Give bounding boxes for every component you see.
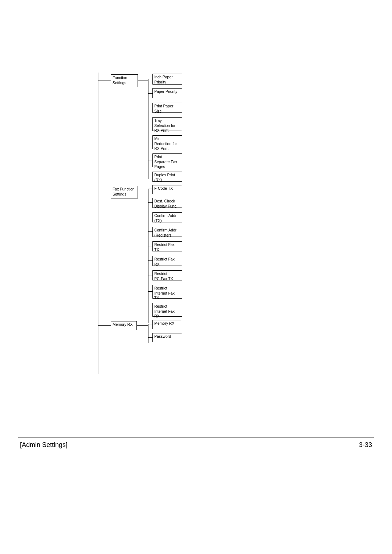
h-line-to-confirm-addr-reg — [148, 231, 152, 232]
h-line-to-print-paper-size — [148, 108, 152, 108]
h-line-to-print-separate — [148, 160, 152, 160]
print-paper-size-box: Print PaperSize — [152, 103, 182, 113]
h-line-ffs-to-vline — [138, 192, 148, 192]
memory-rx-child-box: Memory RX — [152, 320, 182, 329]
h-line-to-confirm-addr-tx — [148, 217, 152, 217]
h-line-to-inch-paper — [148, 79, 152, 79]
h-line-to-password — [148, 337, 152, 338]
h-line-to-min-reduction — [148, 142, 152, 142]
dest-check-display-box: Dest. CheckDisplay Func. — [152, 198, 182, 208]
h-line-to-memory-rx-child — [148, 324, 152, 324]
h-line-to-restrict-inet-fax-rx — [148, 310, 152, 310]
footer-line — [18, 438, 374, 438]
f-code-tx-box: F-Code TX — [152, 185, 182, 194]
duplex-print-rx-box: Duplex Print(RX) — [152, 172, 182, 182]
h-line-to-restrict-fax-rx — [148, 260, 152, 261]
restrict-fax-rx-box: Restrict FaxRX — [152, 256, 182, 266]
h-line-fax-function — [98, 192, 111, 192]
password-box: Password — [152, 333, 182, 342]
confirm-addr-register-box: Confirm Addr(Register) — [152, 227, 182, 237]
h-line-to-restrict-pc-fax — [148, 275, 152, 275]
h-line-memory-rx — [98, 325, 111, 326]
paper-priority-box: Paper Priority — [152, 88, 182, 98]
restrict-internet-fax-tx-box: RestrictInternet FaxTX — [152, 285, 182, 299]
inch-paper-priority-box: Inch PaperPriority — [152, 74, 182, 85]
memory-rx-parent-box: Memory RX — [111, 321, 137, 330]
tray-selection-rx-print-box: TraySelection forRX Print — [152, 117, 182, 131]
left-vertical-line — [98, 73, 98, 374]
v-line-fax-function-children — [148, 189, 148, 323]
page: Function Settings Inch PaperPriority Pap… — [0, 0, 392, 554]
v-line-function-settings-children — [148, 79, 148, 179]
function-settings-box: Function Settings — [111, 74, 138, 87]
confirm-addr-tx-box: Confirm Addr(TX) — [152, 212, 182, 222]
fax-function-settings-box: Fax FunctionSettings — [111, 186, 138, 198]
h-line-to-tray-selection — [148, 124, 152, 124]
h-line-to-restrict-fax-tx — [148, 246, 152, 246]
h-line-mr-to-vline — [137, 325, 148, 326]
h-line-to-restrict-inet-fax-tx — [148, 291, 152, 292]
footer-left-text: [Admin Settings] — [20, 441, 68, 449]
restrict-pc-fax-tx-box: RestrictPC-Fax TX — [152, 270, 182, 280]
footer-right-text: 3-33 — [359, 441, 372, 449]
v-line-memory-rx-children — [148, 324, 148, 343]
print-separate-fax-pages-box: PrintSeparate FaxPages — [152, 153, 182, 167]
restrict-fax-tx-box: Restrict FaxTX — [152, 241, 182, 251]
h-line-fs-to-vline — [138, 81, 148, 81]
h-line-to-paper-priority — [148, 93, 152, 94]
restrict-internet-fax-rx-box: RestrictInternet FaxRX — [152, 303, 182, 317]
h-line-to-duplex-print — [148, 177, 152, 177]
h-line-to-dest-check — [148, 202, 152, 203]
h-line-function-settings — [98, 81, 111, 81]
h-line-to-fcode-tx — [148, 189, 152, 189]
min-reduction-rx-print-box: Min.Reduction forRX Print — [152, 135, 182, 149]
